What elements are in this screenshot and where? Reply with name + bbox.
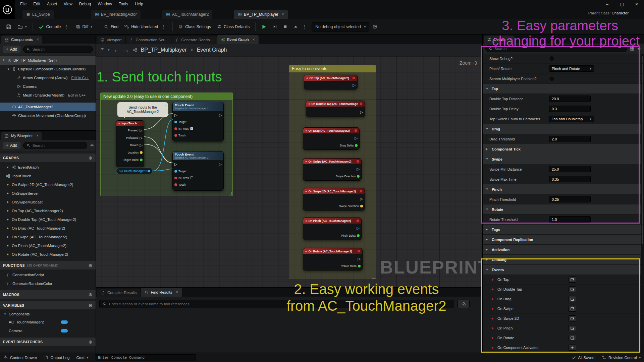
blueprint-item-inputtouch[interactable]: InputTouch [0, 172, 96, 180]
close-icon[interactable]: × [253, 37, 255, 42]
component-tree-item-camera[interactable]: Camera [0, 82, 96, 91]
add-icon[interactable]: ⊕ [89, 339, 93, 345]
node-on-double-tap-ac-touchmanager2[interactable]: ◆On Double Tap (AC_TouchManager2)▷ [306, 101, 365, 117]
data-pin-icon[interactable] [358, 265, 361, 267]
details-section-rotate[interactable]: ▼Rotate [483, 204, 644, 215]
details-search-input[interactable] [494, 47, 624, 51]
node-on-swipe-2d-ac-touchmanager2[interactable]: ◆On Swipe 2D (AC_TouchManager2)▷Swipe Di… [303, 188, 365, 210]
node-on-drag-ac-touchmanager2[interactable]: ◆On Drag (AC_TouchManager2)▷Drag Delta [303, 127, 360, 150]
expander-icon[interactable]: ▶ [486, 238, 489, 241]
add-blueprint-item-button[interactable]: +Add [3, 142, 20, 149]
expander-icon[interactable]: ▼ [2, 59, 5, 62]
pin-target[interactable]: Target [174, 119, 222, 125]
view-event-button[interactable] [569, 335, 576, 341]
hide-unrelated-button[interactable]: Hide Unrelated⋮ [122, 22, 169, 32]
expander-icon[interactable]: ▼ [486, 127, 489, 130]
menu-item-debug[interactable]: Debug [76, 0, 94, 8]
breadcrumb-root[interactable]: BP_TP_Multiplayer [141, 47, 187, 53]
content-drawer-button[interactable]: Content Drawer [3, 355, 37, 360]
asset-tab-l1-swipe[interactable]: L1_Swipe [22, 10, 54, 19]
add-icon[interactable]: ⊕ [89, 155, 93, 161]
add-component-button[interactable]: +Add [3, 46, 20, 53]
menu-item-view[interactable]: View [60, 0, 76, 8]
menu-item-window[interactable]: Window [94, 0, 115, 8]
node-on-pinch-ac-touchmanager2[interactable]: ◆On Pinch (AC_TouchManager2)▷Pinch Delta [303, 218, 362, 240]
exec-out-icon[interactable]: ▷ [360, 110, 363, 114]
details-search[interactable] [485, 45, 627, 52]
add-event-button[interactable]: + [569, 345, 576, 351]
close-icon[interactable]: ✕ [629, 0, 644, 8]
forward-arrow-icon[interactable]: → [123, 47, 129, 54]
cmd-dropdown[interactable]: Cmd ▾ [76, 356, 88, 360]
debug-object-dropdown[interactable]: No debug object selected ▾ [312, 22, 369, 32]
diff-button[interactable]: Diff▾ [73, 22, 95, 32]
view-event-button[interactable] [569, 296, 576, 302]
pin-touch[interactable]: Touch [174, 132, 222, 138]
breadcrumb-current[interactable]: Event Graph [197, 47, 227, 53]
maximize-icon[interactable]: ▢ [614, 0, 629, 8]
blueprint-item-onswipeserver[interactable]: OnSwipeServer [0, 189, 96, 198]
menu-item-file[interactable]: File [17, 0, 30, 8]
close-icon[interactable]: × [36, 133, 39, 138]
menu-item-edit[interactable]: Edit [30, 0, 44, 8]
component-tree-item-character-movement-charmovecomp[interactable]: Character Movement (CharMoveComp) [0, 111, 96, 120]
exec-pin-icon[interactable]: ▷ [140, 136, 143, 140]
asset-tab-ac-touchmanager2[interactable]: AC_TouchManager2 [162, 10, 212, 19]
details-section-tap[interactable]: ▼Tap [483, 84, 644, 94]
pin-pinch-delta[interactable]: Pinch Delta [305, 234, 360, 237]
number-field-pinch-threshold[interactable]: 0.25 [549, 196, 591, 202]
close-icon[interactable]: × [176, 290, 178, 295]
dropdown-pinch-rotate[interactable]: Pinch and Rotate▾ [549, 65, 594, 72]
all-saved-button[interactable]: All Saved [572, 355, 595, 360]
node-header[interactable]: ◆On Tap (AC_TouchManager2) [304, 75, 357, 81]
blueprint-item-generaterandomcolor[interactable]: fGenerateRandomColor [0, 279, 96, 288]
component-tree-item-ac-touchmanager2[interactable]: AC_TouchManager2 [0, 103, 96, 111]
blueprint-item-on-swipe-2d-ac-touchmanager2[interactable]: On Swipe 2D (AC_TouchManager2) [0, 180, 96, 189]
pin-checkbox[interactable]: ✓ [190, 127, 193, 130]
display-filter-icon[interactable] [630, 47, 634, 51]
expander-icon[interactable]: ▶ [486, 248, 489, 251]
checkbox[interactable] [549, 76, 554, 81]
data-pin-icon[interactable] [174, 121, 177, 123]
blueprint-item-eventgraph[interactable]: ▼EventGraph [0, 163, 96, 172]
section-header-event-dispatchers[interactable]: EVENT DISPATCHERS⊕ [0, 338, 96, 346]
expander-icon[interactable]: ▼ [486, 208, 489, 211]
node-header[interactable]: ◆On Swipe 2D (AC_TouchManager2) [303, 188, 365, 194]
data-pin-icon[interactable] [357, 234, 360, 237]
exec-out-icon[interactable]: ▷ [219, 113, 222, 117]
variable-group-components[interactable]: ▼Components [0, 310, 96, 318]
comment-box-events-title[interactable]: Easy to use events [289, 65, 376, 72]
exec-out-icon[interactable]: ▷ [353, 83, 356, 87]
node-ac-touch-manager-getter[interactable]: AC Touch Manager 2 [116, 168, 153, 174]
details-section-component-tick[interactable]: ▶Component Tick [483, 144, 644, 154]
component-tree-item-arrow-component-arrow[interactable]: Arrow Component (Arrow)Edit in C++ [0, 73, 96, 82]
section-header-functions[interactable]: FUNCTIONS(35 OVERRIDABLE)⊕ [0, 261, 96, 269]
frame-skip-button[interactable] [270, 22, 280, 31]
resize-handle[interactable] [372, 275, 375, 279]
exec-pin-icon[interactable]: ▷ [140, 129, 143, 132]
play-options-icon[interactable]: ⋮ [301, 24, 308, 29]
pin-is-press[interactable]: Is Press [174, 175, 222, 181]
blueprint-item-on-double-tap-ac-touchmanager2[interactable]: On Double Tap (AC_TouchManager2) [0, 215, 96, 224]
details-section-swipe[interactable]: ▼Swipe [483, 154, 644, 164]
node-header[interactable]: ◆On Double Tap (AC_TouchManager2) [306, 101, 365, 107]
section-header-macros[interactable]: MACROS⊕ [0, 290, 96, 299]
asset-tab-bp-inretactingactor[interactable]: BP_InretactingActor [91, 10, 141, 19]
section-header-variables[interactable]: VARIABLES⊕ [0, 301, 96, 309]
node-inputtouch[interactable]: ◆ InputTouch Pressed▷Released▷Moved▷Loca… [116, 120, 144, 167]
bookmark-flag-icon[interactable] [100, 48, 104, 52]
data-pin-icon[interactable] [174, 177, 177, 179]
expander-icon[interactable]: ▼ [486, 188, 489, 191]
node-header[interactable]: ◆On Rotate (AC_TouchManager2) [303, 248, 362, 254]
node-header[interactable]: ◆On Swipe (AC_TouchManager2) [303, 159, 361, 164]
node-on-tap-ac-touchmanager2[interactable]: ◆On Tap (AC_TouchManager2)▷ [304, 75, 358, 89]
add-icon[interactable]: ⊕ [89, 292, 93, 297]
number-field-double-tap-distance[interactable]: 20.0 [549, 96, 591, 102]
class-settings-button[interactable]: Class Settings [176, 22, 214, 32]
number-field-rotate-threshold[interactable]: 1.0 [549, 216, 591, 223]
components-search[interactable] [23, 46, 93, 53]
node-touch-event-2[interactable]: Touch EventTarget is AC Touch Manager 2▷… [172, 151, 224, 191]
exec-out-icon[interactable]: ▷ [358, 257, 361, 261]
exec-out-icon[interactable]: ▷ [360, 197, 363, 201]
pin-checkbox[interactable] [190, 176, 193, 179]
